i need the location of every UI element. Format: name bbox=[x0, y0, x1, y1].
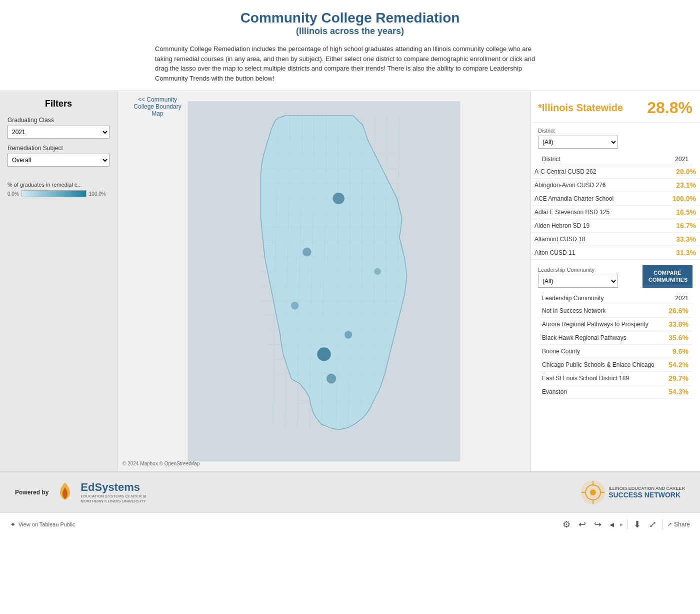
footer-right: ILLINOIS EDUCATION AND CAREER SUCCESS NE… bbox=[580, 480, 685, 505]
download-button[interactable]: ⬇ bbox=[632, 517, 643, 532]
district-value: 16.7% bbox=[654, 219, 700, 233]
district-col-header: District bbox=[538, 154, 624, 165]
filters-title: Filters bbox=[8, 99, 110, 109]
leadership-value: 33.8% bbox=[664, 317, 692, 331]
redo-button[interactable]: ↪ bbox=[592, 517, 604, 532]
iesn-text: ILLINOIS EDUCATION AND CAREER SUCCESS NE… bbox=[608, 486, 685, 499]
district-name: Adlai E Stevenson HSD 125 bbox=[530, 206, 654, 219]
right-panel: *Illinois Statewide 28.8% District (All)… bbox=[530, 91, 700, 471]
leadership-value: 26.6% bbox=[664, 304, 692, 318]
svg-point-40 bbox=[590, 489, 596, 495]
district-data-table: A-C Central CUSD 262 20.0% Abingdon-Avon… bbox=[530, 165, 700, 260]
leadership-select-wrap: Leadership Community (All) bbox=[538, 267, 638, 288]
district-value: 16.5% bbox=[654, 206, 700, 219]
district-table-row[interactable]: Adlai E Stevenson HSD 125 16.5% bbox=[530, 206, 700, 219]
map-container bbox=[118, 91, 530, 471]
iesn-icon bbox=[580, 480, 606, 505]
district-select[interactable]: (All) bbox=[538, 136, 618, 149]
legend-bar: 0.0% 100.0% bbox=[8, 190, 110, 197]
toolbar-divider-2 bbox=[662, 519, 663, 529]
iesn-logo: ILLINOIS EDUCATION AND CAREER SUCCESS NE… bbox=[580, 480, 685, 505]
district-name: Alden Hebron SD 19 bbox=[530, 219, 654, 233]
leadership-table-row[interactable]: Not in Success Network 26.6% bbox=[538, 304, 692, 318]
district-table-row[interactable]: ACE Amandla Charter School 100.0% bbox=[530, 192, 700, 206]
district-value: 20.0% bbox=[654, 165, 700, 179]
district-table-row[interactable]: Alton CUSD 11 31.3% bbox=[530, 246, 700, 260]
leadership-table-scroll[interactable]: Not in Success Network 26.6% Aurora Regi… bbox=[530, 304, 700, 399]
footer: Powered by EdSystems EDUCATION SYSTEMS C… bbox=[0, 471, 700, 512]
leadership-value: 54.2% bbox=[664, 358, 692, 371]
edsystems-text: EdSystems EDUCATION SYSTEMS CENTER atNOR… bbox=[80, 481, 146, 504]
undo-button[interactable]: ↩ bbox=[576, 517, 588, 532]
tableau-link[interactable]: ✦ View on Tableau Public bbox=[10, 520, 75, 528]
district-table-scroll[interactable]: A-C Central CUSD 262 20.0% Abingdon-Avon… bbox=[530, 165, 700, 260]
svg-point-36 bbox=[374, 268, 381, 275]
legend: % of graduates in remedial c... 0.0% 100… bbox=[8, 182, 110, 197]
legend-gradient bbox=[22, 190, 86, 197]
statewide-header: *Illinois Statewide 28.8% bbox=[530, 91, 700, 123]
illinois-map-svg bbox=[184, 101, 464, 461]
leadership-col-header: Leadership Community bbox=[538, 293, 656, 304]
back-to-boundary-map-link[interactable]: << Community College Boundary Map bbox=[128, 96, 188, 117]
edsystems-icon bbox=[52, 480, 78, 505]
leadership-name: Not in Success Network bbox=[538, 304, 664, 318]
leadership-name: East St Louis School District 189 bbox=[538, 371, 664, 385]
back-button[interactable]: ◂ bbox=[608, 517, 616, 532]
description-text: Community College Remediation includes t… bbox=[145, 44, 555, 83]
leadership-table-row[interactable]: East St Louis School District 189 29.7% bbox=[538, 371, 692, 385]
map-copyright: © 2024 Mapbox © OpenStreetMap bbox=[122, 461, 200, 466]
edsystems-logo: EdSystems EDUCATION SYSTEMS CENTER atNOR… bbox=[52, 480, 146, 505]
compare-communities-button[interactable]: COMPARE COMMUNITIES bbox=[642, 265, 692, 288]
remediation-subject-select[interactable]: Overall Math English Reading bbox=[8, 154, 110, 167]
district-name: Alton CUSD 11 bbox=[530, 246, 654, 260]
district-name: Altamont CUSD 10 bbox=[530, 233, 654, 246]
district-value: 31.3% bbox=[654, 246, 700, 260]
svg-point-35 bbox=[302, 248, 312, 257]
leadership-table-header: Leadership Community 2021 bbox=[538, 293, 692, 304]
leadership-table-row[interactable]: Evanston 54.3% bbox=[538, 385, 692, 398]
leadership-value: 35.6% bbox=[664, 331, 692, 344]
district-table: District 2021 bbox=[538, 154, 692, 165]
legend-label: % of graduates in remedial c... bbox=[8, 182, 110, 188]
district-table-row[interactable]: Alden Hebron SD 19 16.7% bbox=[530, 219, 700, 233]
leadership-table-row[interactable]: Aurora Regional Pathways to Prosperity 3… bbox=[538, 317, 692, 331]
district-table-row[interactable]: Abingdon-Avon CUSD 276 23.1% bbox=[530, 179, 700, 192]
iesn-line2: SUCCESS NETWORK bbox=[608, 491, 685, 499]
nav-separator: ▸ bbox=[620, 521, 623, 528]
toolbar-divider bbox=[627, 519, 628, 529]
district-value: 100.0% bbox=[654, 192, 700, 206]
edsystems-sub: EDUCATION SYSTEMS CENTER atNORTHERN ILLI… bbox=[80, 494, 146, 504]
share-icon: ↗ bbox=[667, 521, 672, 528]
leadership-label: Leadership Community bbox=[538, 267, 638, 273]
svg-point-32 bbox=[317, 347, 330, 361]
toolbar-footer: ✦ View on Tableau Public ⚙ ↩ ↪ ◂ ▸ ⬇ ⤢ ↗… bbox=[0, 512, 700, 536]
toolbar-right: ⚙ ↩ ↪ ◂ ▸ ⬇ ⤢ ↗ Share bbox=[560, 517, 690, 532]
statewide-value: 28.8% bbox=[647, 99, 692, 117]
leadership-name: Aurora Regional Pathways to Prosperity bbox=[538, 317, 664, 331]
leadership-table-row[interactable]: Boone County 9.6% bbox=[538, 344, 692, 358]
footer-left: Powered by EdSystems EDUCATION SYSTEMS C… bbox=[15, 480, 146, 505]
leadership-table-row[interactable]: Chicago Public Schools & Enlace Chicago … bbox=[538, 358, 692, 371]
page-header: Community College Remediation (Illinois … bbox=[0, 0, 700, 39]
svg-point-33 bbox=[326, 374, 336, 383]
map-area[interactable]: << Community College Boundary Map bbox=[118, 91, 530, 471]
graduating-class-select[interactable]: 2021 2020 2019 2018 bbox=[8, 126, 110, 139]
leadership-name: Boone County bbox=[538, 344, 664, 358]
leadership-table-row[interactable]: Black Hawk Regional Pathways 35.6% bbox=[538, 331, 692, 344]
district-table-row[interactable]: Altamont CUSD 10 33.3% bbox=[530, 233, 700, 246]
expand-button[interactable]: ⤢ bbox=[647, 517, 658, 532]
subtitle: (Illinois across the years) bbox=[0, 26, 700, 37]
district-value: 23.1% bbox=[654, 179, 700, 192]
share-button[interactable]: ↗ Share bbox=[667, 521, 690, 528]
edsystems-main: EdSystems bbox=[80, 481, 146, 494]
district-name: A-C Central CUSD 262 bbox=[530, 165, 654, 179]
district-year-header: 2021 bbox=[624, 154, 692, 165]
remediation-subject-label: Remediation Subject bbox=[8, 145, 110, 152]
sidebar: Filters Graduating Class 2021 2020 2019 … bbox=[0, 91, 118, 471]
district-table-row[interactable]: A-C Central CUSD 262 20.0% bbox=[530, 165, 700, 179]
main-title: Community College Remediation bbox=[0, 10, 700, 26]
settings-button[interactable]: ⚙ bbox=[560, 517, 572, 532]
leadership-year-header: 2021 bbox=[656, 293, 692, 304]
leadership-name: Chicago Public Schools & Enlace Chicago bbox=[538, 358, 664, 371]
leadership-select[interactable]: (All) bbox=[538, 275, 618, 288]
